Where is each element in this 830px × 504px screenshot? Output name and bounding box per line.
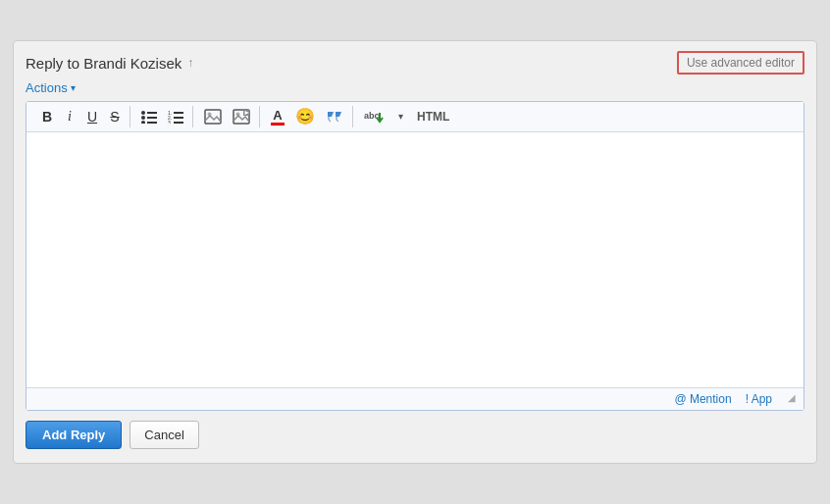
svg-rect-12 [205, 110, 221, 124]
strikethrough-button[interactable]: S [104, 106, 126, 127]
editor-footer: @ Mention ! App ◢ [26, 387, 804, 410]
actions-arrow: ▾ [71, 82, 76, 93]
sort-icon[interactable]: ↑ [187, 56, 193, 70]
svg-point-0 [141, 111, 145, 115]
spellcheck-container: abc ▾ [359, 106, 411, 127]
media-icon [233, 109, 250, 125]
spellcheck-icon: abc [364, 108, 384, 126]
spellcheck-dropdown-button[interactable]: ▾ [389, 106, 411, 127]
spellcheck-button[interactable]: abc [359, 106, 389, 127]
svg-rect-1 [147, 112, 157, 114]
add-reply-button[interactable]: Add Reply [26, 421, 122, 449]
font-color-icon: A [271, 109, 285, 126]
quote-icon [326, 109, 343, 125]
quote-button[interactable] [321, 106, 348, 127]
toolbar-format-group: A 😊 [262, 106, 353, 127]
insert-media-button[interactable] [228, 106, 255, 127]
editor-wrapper: B i U S [26, 101, 804, 411]
editor-body[interactable] [26, 132, 804, 387]
svg-rect-11 [174, 122, 183, 124]
toolbar-media-group [195, 106, 260, 127]
advanced-editor-button[interactable]: Use advanced editor [677, 51, 804, 75]
underline-button[interactable]: U [81, 106, 103, 127]
reply-title: Reply to Brandi Kozisek ↑ [26, 55, 193, 72]
svg-text:3.: 3. [168, 120, 172, 124]
toolbar-text-format-group: B i U S [32, 106, 130, 127]
svg-rect-3 [147, 117, 157, 119]
footer-buttons: Add Reply Cancel [26, 421, 804, 449]
actions-button[interactable]: Actions ▾ [26, 80, 76, 95]
svg-point-4 [141, 121, 145, 124]
actions-label: Actions [26, 80, 68, 95]
font-color-button[interactable]: A [266, 106, 289, 127]
toolbar-list-group: 1. 2. 3. [132, 106, 193, 127]
image-icon [204, 109, 222, 125]
reply-title-text: Reply to Brandi Kozisek [26, 55, 182, 72]
insert-image-button[interactable] [199, 106, 227, 127]
header-row: Reply to Brandi Kozisek ↑ Use advanced e… [26, 51, 804, 75]
italic-button[interactable]: i [59, 106, 80, 127]
cancel-button[interactable]: Cancel [130, 421, 198, 449]
emoji-button[interactable]: 😊 [290, 106, 320, 127]
resize-handle: ◢ [788, 392, 796, 406]
html-button[interactable]: HTML [412, 106, 454, 127]
reply-editor-container: Reply to Brandi Kozisek ↑ Use advanced e… [13, 40, 817, 464]
actions-row: Actions ▾ [26, 80, 804, 95]
unordered-list-button[interactable] [136, 106, 162, 127]
svg-rect-9 [174, 117, 183, 119]
svg-rect-5 [147, 122, 157, 124]
bold-button[interactable]: B [36, 106, 58, 127]
ordered-list-icon: 1. 2. 3. [168, 110, 183, 124]
emoji-icon: 😊 [295, 109, 315, 125]
svg-rect-7 [174, 112, 183, 114]
toolbar-spell-group: abc ▾ HTML [355, 106, 458, 127]
unordered-list-icon [141, 110, 157, 124]
toolbar: B i U S [26, 102, 804, 132]
ordered-list-button[interactable]: 1. 2. 3. [163, 106, 188, 127]
app-link[interactable]: ! App [746, 392, 772, 406]
mention-link[interactable]: @ Mention [674, 392, 731, 406]
svg-point-2 [141, 116, 145, 120]
